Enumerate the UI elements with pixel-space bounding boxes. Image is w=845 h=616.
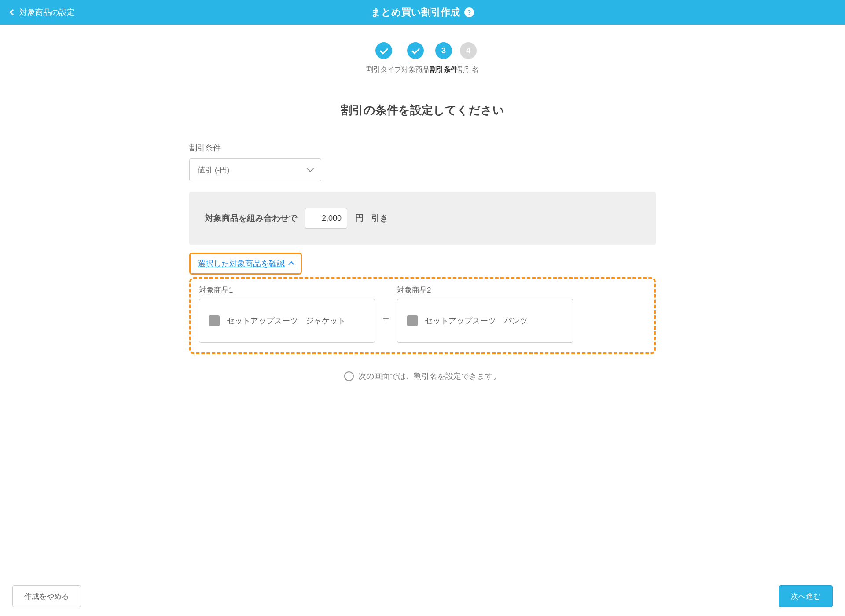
- hint-row: i 次の画面では、割引名を設定できます。: [189, 371, 656, 381]
- discount-amount-panel: 対象商品を組み合わせで 円 引き: [189, 192, 656, 245]
- app-header: 対象商品の設定 まとめ買い割引作成 ?: [0, 0, 845, 25]
- product-thumbnail-icon: [407, 315, 418, 326]
- product-column-1: 対象商品1 セットアップスーツ ジャケット: [199, 285, 375, 343]
- product-name: セットアップスーツ ジャケット: [227, 315, 345, 327]
- product-column-2: 対象商品2 セットアップスーツ パンツ: [397, 285, 573, 343]
- page-heading: 割引の条件を設定してください: [189, 103, 656, 118]
- help-icon[interactable]: ?: [464, 7, 474, 17]
- main-content: 割引の条件を設定してください 割引条件 値引 (-円) 対象商品を組み合わせで …: [180, 74, 665, 576]
- product-name: セットアップスーツ パンツ: [425, 315, 528, 327]
- step-label: 対象商品: [401, 65, 430, 74]
- step-number-icon: 4: [460, 42, 477, 59]
- step-target-products: 対象商品: [401, 42, 430, 74]
- discount-type-select[interactable]: 値引 (-円): [189, 158, 321, 181]
- condition-section-label: 割引条件: [189, 143, 656, 153]
- title-text: まとめ買い割引作成: [371, 6, 460, 19]
- step-label: 割引条件: [430, 65, 458, 74]
- cancel-button[interactable]: 作成をやめる: [12, 585, 81, 607]
- step-label: 割引名: [458, 65, 479, 74]
- footer-bar: 作成をやめる 次へ進む: [0, 576, 845, 616]
- chevron-left-icon: [10, 9, 16, 15]
- panel-unit: 円: [355, 213, 364, 224]
- confirm-link-text: 選択した対象商品を確認: [198, 258, 285, 269]
- stepper: 割引タイプ 対象商品 3 割引条件 4 割引名: [357, 42, 488, 74]
- plus-icon: +: [383, 304, 389, 325]
- product-card[interactable]: セットアップスーツ パンツ: [397, 299, 573, 343]
- product-col-label: 対象商品1: [199, 285, 375, 295]
- selected-products-panel: 対象商品1 セットアップスーツ ジャケット + 対象商品2 セットアップスーツ …: [189, 277, 656, 354]
- hint-text: 次の画面では、割引名を設定できます。: [358, 371, 501, 381]
- chevron-down-icon: [307, 165, 314, 172]
- product-card[interactable]: セットアップスーツ ジャケット: [199, 299, 375, 343]
- info-icon: i: [344, 371, 354, 381]
- select-value: 値引 (-円): [198, 165, 230, 175]
- page-title: まとめ買い割引作成 ?: [371, 6, 474, 19]
- step-discount-name: 4 割引名: [458, 42, 479, 74]
- panel-prefix: 対象商品を組み合わせで: [205, 213, 297, 224]
- back-button[interactable]: 対象商品の設定: [11, 7, 75, 18]
- product-thumbnail-icon: [209, 315, 220, 326]
- chevron-up-icon: [288, 261, 294, 268]
- confirm-products-toggle[interactable]: 選択した対象商品を確認: [189, 253, 302, 275]
- step-label: 割引タイプ: [366, 65, 401, 74]
- panel-suffix: 引き: [371, 213, 388, 224]
- step-discount-type: 割引タイプ: [366, 42, 401, 74]
- check-icon: [407, 42, 424, 59]
- discount-amount-input[interactable]: [305, 208, 347, 229]
- check-icon: [375, 42, 392, 59]
- products-row: 対象商品1 セットアップスーツ ジャケット + 対象商品2 セットアップスーツ …: [199, 285, 646, 343]
- step-number-icon: 3: [435, 42, 452, 59]
- product-col-label: 対象商品2: [397, 285, 573, 295]
- back-label: 対象商品の設定: [19, 7, 75, 18]
- step-discount-conditions: 3 割引条件: [430, 42, 458, 74]
- next-button[interactable]: 次へ進む: [779, 585, 833, 607]
